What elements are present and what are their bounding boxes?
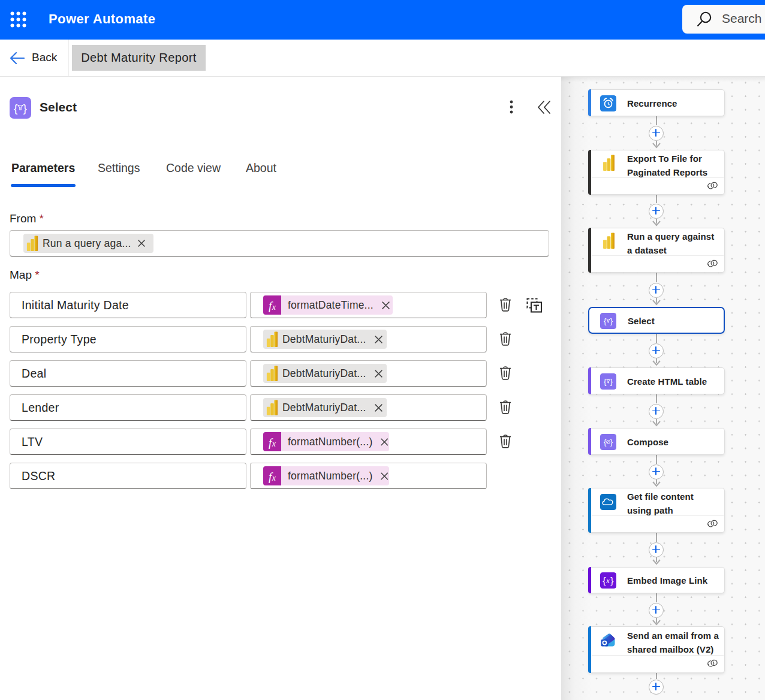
svg-text:}: } xyxy=(610,377,613,386)
svg-text:}: } xyxy=(610,575,613,586)
svg-text:{: { xyxy=(14,102,18,114)
svg-text:}: } xyxy=(23,102,27,114)
svg-text:}: } xyxy=(610,316,613,325)
svg-text:}: } xyxy=(610,437,613,446)
svg-text:x: x xyxy=(606,577,610,585)
svg-text:{: { xyxy=(604,316,607,325)
svg-text:{: { xyxy=(603,575,606,586)
svg-text:{: { xyxy=(604,377,607,386)
